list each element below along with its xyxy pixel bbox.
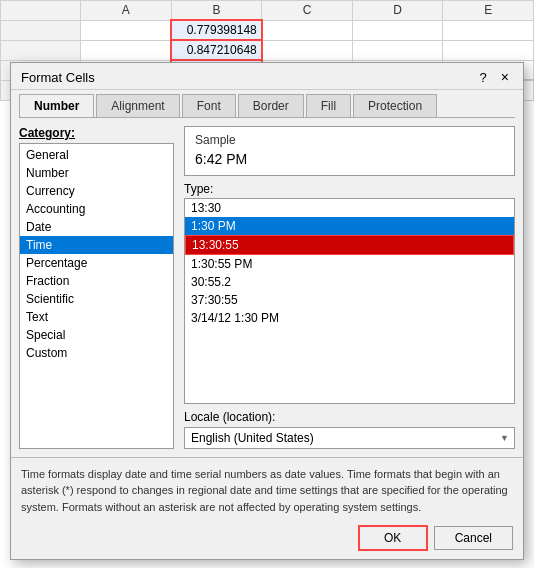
category-item-date[interactable]: Date (20, 218, 173, 236)
category-item-time[interactable]: Time (20, 236, 173, 254)
sample-section: Sample 6:42 PM (184, 126, 515, 176)
col-header-d: D (352, 1, 443, 21)
table-row: 0.779398148 (1, 20, 534, 40)
locale-wrapper: English (United States) (184, 427, 515, 449)
tab-font[interactable]: Font (182, 94, 236, 117)
dialog-footer: OK Cancel (11, 519, 523, 559)
type-item-date-time[interactable]: 3/14/12 1:30 PM (185, 309, 514, 327)
close-button[interactable]: × (497, 69, 513, 85)
col-header-row (1, 1, 81, 21)
type-section: Type: 13:30 1:30 PM 13:30:55 1:30:55 PM … (184, 182, 515, 404)
dialog-titlebar: Format Cells ? × (11, 63, 523, 90)
category-panel: Category: General Number Currency Accoun… (19, 126, 174, 449)
ok-button[interactable]: OK (358, 525, 428, 551)
category-label: Category: (19, 126, 174, 140)
type-list[interactable]: 13:30 1:30 PM 13:30:55 1:30:55 PM 30:55.… (184, 198, 515, 404)
right-panel: Sample 6:42 PM Type: 13:30 1:30 PM 13:30… (184, 126, 515, 449)
tab-number[interactable]: Number (19, 94, 94, 118)
locale-select[interactable]: English (United States) (184, 427, 515, 449)
col-header-e: E (443, 1, 534, 21)
type-label: Type: (184, 182, 515, 196)
sample-value: 6:42 PM (195, 147, 504, 169)
category-item-scientific[interactable]: Scientific (20, 290, 173, 308)
type-item-30552[interactable]: 30:55.2 (185, 273, 514, 291)
category-item-general[interactable]: General (20, 146, 173, 164)
type-item-133055[interactable]: 13:30:55 (185, 235, 514, 255)
dialog-body: Category: General Number Currency Accoun… (11, 118, 523, 457)
tab-bar: Number Alignment Font Border Fill Protec… (11, 90, 523, 117)
category-item-fraction[interactable]: Fraction (20, 272, 173, 290)
type-item-13055pm[interactable]: 1:30:55 PM (185, 255, 514, 273)
dialog-controls: ? × (474, 69, 513, 85)
tab-border[interactable]: Border (238, 94, 304, 117)
help-button[interactable]: ? (474, 70, 493, 85)
category-item-accounting[interactable]: Accounting (20, 200, 173, 218)
locale-section: Locale (location): English (United State… (184, 410, 515, 449)
type-item-130pm[interactable]: 1:30 PM (185, 217, 514, 235)
cancel-button[interactable]: Cancel (434, 526, 513, 550)
type-item-373055[interactable]: 37:30:55 (185, 291, 514, 309)
col-header-b: B (171, 1, 262, 21)
description-area: Time formats display date and time seria… (11, 457, 523, 520)
dialog-title: Format Cells (21, 70, 95, 85)
category-item-special[interactable]: Special (20, 326, 173, 344)
col-header-a: A (81, 1, 172, 21)
category-item-percentage[interactable]: Percentage (20, 254, 173, 272)
type-item-1330[interactable]: 13:30 (185, 199, 514, 217)
sample-label: Sample (195, 133, 504, 147)
tab-protection[interactable]: Protection (353, 94, 437, 117)
category-item-text[interactable]: Text (20, 308, 173, 326)
category-list[interactable]: General Number Currency Accounting Date … (19, 143, 174, 449)
category-item-currency[interactable]: Currency (20, 182, 173, 200)
format-cells-dialog: Format Cells ? × Number Alignment Font B… (10, 62, 524, 560)
category-item-number[interactable]: Number (20, 164, 173, 182)
tab-fill[interactable]: Fill (306, 94, 351, 117)
locale-label: Locale (location): (184, 410, 515, 424)
tab-alignment[interactable]: Alignment (96, 94, 179, 117)
col-header-c: C (262, 1, 353, 21)
table-row: 0.847210648 (1, 40, 534, 60)
category-item-custom[interactable]: Custom (20, 344, 173, 362)
